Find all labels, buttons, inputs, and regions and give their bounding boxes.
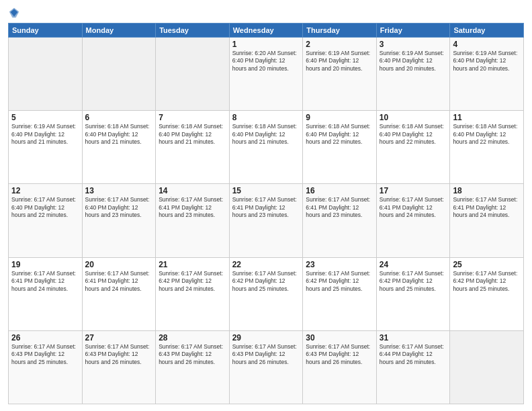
day-number: 8 (232, 113, 300, 122)
day-info: Sunrise: 6:17 AM Sunset: 6:41 PM Dayligh… (85, 270, 153, 293)
calendar-cell: 4Sunrise: 6:19 AM Sunset: 6:40 PM Daylig… (450, 38, 524, 111)
day-number: 14 (159, 186, 226, 195)
calendar-cell: 20Sunrise: 6:17 AM Sunset: 6:41 PM Dayli… (82, 257, 156, 330)
calendar-cell: 7Sunrise: 6:18 AM Sunset: 6:40 PM Daylig… (156, 111, 230, 184)
day-number: 27 (85, 333, 153, 342)
day-info: Sunrise: 6:18 AM Sunset: 6:40 PM Dayligh… (453, 123, 521, 146)
day-info: Sunrise: 6:17 AM Sunset: 6:43 PM Dayligh… (232, 343, 300, 366)
day-info: Sunrise: 6:17 AM Sunset: 6:40 PM Dayligh… (11, 196, 79, 219)
day-number: 7 (159, 113, 226, 122)
day-info: Sunrise: 6:19 AM Sunset: 6:40 PM Dayligh… (453, 50, 521, 73)
header (8, 7, 524, 19)
weekday-header-cell: Friday (376, 24, 450, 38)
day-number: 28 (159, 333, 226, 342)
day-info: Sunrise: 6:17 AM Sunset: 6:42 PM Dayligh… (306, 270, 373, 293)
day-info: Sunrise: 6:18 AM Sunset: 6:40 PM Dayligh… (380, 123, 447, 146)
day-number: 31 (380, 333, 447, 342)
day-number: 20 (85, 260, 153, 269)
calendar-cell: 12Sunrise: 6:17 AM Sunset: 6:40 PM Dayli… (9, 184, 83, 257)
calendar-cell (82, 38, 156, 111)
day-info: Sunrise: 6:17 AM Sunset: 6:41 PM Dayligh… (380, 196, 447, 219)
day-info: Sunrise: 6:17 AM Sunset: 6:41 PM Dayligh… (232, 196, 300, 219)
day-info: Sunrise: 6:17 AM Sunset: 6:41 PM Dayligh… (453, 196, 521, 219)
day-info: Sunrise: 6:17 AM Sunset: 6:42 PM Dayligh… (159, 270, 226, 293)
calendar-week-row: 1Sunrise: 6:20 AM Sunset: 6:40 PM Daylig… (9, 38, 524, 111)
day-info: Sunrise: 6:20 AM Sunset: 6:40 PM Dayligh… (232, 50, 300, 73)
day-number: 4 (453, 40, 521, 49)
day-number: 2 (306, 40, 373, 49)
day-number: 11 (453, 113, 521, 122)
calendar-cell: 15Sunrise: 6:17 AM Sunset: 6:41 PM Dayli… (229, 184, 303, 257)
day-number: 10 (380, 113, 447, 122)
day-info: Sunrise: 6:19 AM Sunset: 6:40 PM Dayligh… (306, 50, 373, 73)
logo (8, 7, 21, 19)
calendar-cell: 13Sunrise: 6:17 AM Sunset: 6:40 PM Dayli… (82, 184, 156, 257)
calendar-cell (450, 330, 524, 404)
day-number: 17 (380, 186, 447, 195)
day-number: 30 (306, 333, 373, 342)
calendar-cell: 30Sunrise: 6:17 AM Sunset: 6:43 PM Dayli… (303, 330, 377, 404)
weekday-header-cell: Saturday (450, 24, 524, 38)
day-number: 3 (380, 40, 447, 49)
day-number: 5 (11, 113, 79, 122)
calendar-cell: 9Sunrise: 6:18 AM Sunset: 6:40 PM Daylig… (303, 111, 377, 184)
day-number: 15 (232, 186, 300, 195)
day-info: Sunrise: 6:17 AM Sunset: 6:42 PM Dayligh… (453, 270, 521, 293)
calendar-cell: 27Sunrise: 6:17 AM Sunset: 6:43 PM Dayli… (82, 330, 156, 404)
calendar-cell: 24Sunrise: 6:17 AM Sunset: 6:42 PM Dayli… (376, 257, 450, 330)
calendar-header: SundayMondayTuesdayWednesdayThursdayFrid… (9, 24, 524, 38)
weekday-header-row: SundayMondayTuesdayWednesdayThursdayFrid… (9, 24, 524, 38)
calendar-cell: 22Sunrise: 6:17 AM Sunset: 6:42 PM Dayli… (229, 257, 303, 330)
calendar-cell: 28Sunrise: 6:17 AM Sunset: 6:43 PM Dayli… (156, 330, 230, 404)
logo-icon (8, 7, 20, 19)
day-number: 21 (159, 260, 226, 269)
calendar-cell: 17Sunrise: 6:17 AM Sunset: 6:41 PM Dayli… (376, 184, 450, 257)
calendar-body: 1Sunrise: 6:20 AM Sunset: 6:40 PM Daylig… (9, 38, 524, 404)
calendar-cell: 5Sunrise: 6:19 AM Sunset: 6:40 PM Daylig… (9, 111, 83, 184)
calendar-cell: 18Sunrise: 6:17 AM Sunset: 6:41 PM Dayli… (450, 184, 524, 257)
day-info: Sunrise: 6:18 AM Sunset: 6:40 PM Dayligh… (232, 123, 300, 146)
day-number: 25 (453, 260, 521, 269)
calendar-cell (9, 38, 83, 111)
calendar-week-row: 19Sunrise: 6:17 AM Sunset: 6:41 PM Dayli… (9, 257, 524, 330)
day-info: Sunrise: 6:17 AM Sunset: 6:43 PM Dayligh… (159, 343, 226, 366)
day-info: Sunrise: 6:18 AM Sunset: 6:40 PM Dayligh… (159, 123, 226, 146)
day-number: 22 (232, 260, 300, 269)
day-number: 12 (11, 186, 79, 195)
calendar-cell: 11Sunrise: 6:18 AM Sunset: 6:40 PM Dayli… (450, 111, 524, 184)
day-info: Sunrise: 6:18 AM Sunset: 6:40 PM Dayligh… (306, 123, 373, 146)
day-number: 13 (85, 186, 153, 195)
day-info: Sunrise: 6:17 AM Sunset: 6:43 PM Dayligh… (85, 343, 153, 366)
calendar-cell: 26Sunrise: 6:17 AM Sunset: 6:43 PM Dayli… (9, 330, 83, 404)
calendar-week-row: 5Sunrise: 6:19 AM Sunset: 6:40 PM Daylig… (9, 111, 524, 184)
calendar-week-row: 26Sunrise: 6:17 AM Sunset: 6:43 PM Dayli… (9, 330, 524, 404)
weekday-header-cell: Monday (82, 24, 156, 38)
calendar-table: SundayMondayTuesdayWednesdayThursdayFrid… (8, 23, 524, 404)
calendar-cell (156, 38, 230, 111)
day-number: 29 (232, 333, 300, 342)
day-number: 23 (306, 260, 373, 269)
day-info: Sunrise: 6:18 AM Sunset: 6:40 PM Dayligh… (85, 123, 153, 146)
weekday-header-cell: Thursday (303, 24, 377, 38)
calendar-cell: 31Sunrise: 6:17 AM Sunset: 6:44 PM Dayli… (376, 330, 450, 404)
day-info: Sunrise: 6:17 AM Sunset: 6:40 PM Dayligh… (85, 196, 153, 219)
day-info: Sunrise: 6:17 AM Sunset: 6:43 PM Dayligh… (306, 343, 373, 366)
day-info: Sunrise: 6:19 AM Sunset: 6:40 PM Dayligh… (380, 50, 447, 73)
day-info: Sunrise: 6:19 AM Sunset: 6:40 PM Dayligh… (11, 123, 79, 146)
calendar-cell: 1Sunrise: 6:20 AM Sunset: 6:40 PM Daylig… (229, 38, 303, 111)
day-info: Sunrise: 6:17 AM Sunset: 6:43 PM Dayligh… (11, 343, 79, 366)
calendar-cell: 14Sunrise: 6:17 AM Sunset: 6:41 PM Dayli… (156, 184, 230, 257)
day-number: 26 (11, 333, 79, 342)
calendar-cell: 10Sunrise: 6:18 AM Sunset: 6:40 PM Dayli… (376, 111, 450, 184)
day-info: Sunrise: 6:17 AM Sunset: 6:42 PM Dayligh… (232, 270, 300, 293)
weekday-header-cell: Tuesday (156, 24, 230, 38)
day-info: Sunrise: 6:17 AM Sunset: 6:44 PM Dayligh… (380, 343, 447, 366)
calendar-cell: 3Sunrise: 6:19 AM Sunset: 6:40 PM Daylig… (376, 38, 450, 111)
calendar-cell: 19Sunrise: 6:17 AM Sunset: 6:41 PM Dayli… (9, 257, 83, 330)
weekday-header-cell: Wednesday (229, 24, 303, 38)
day-number: 24 (380, 260, 447, 269)
day-info: Sunrise: 6:17 AM Sunset: 6:41 PM Dayligh… (159, 196, 226, 219)
calendar-page: SundayMondayTuesdayWednesdayThursdayFrid… (0, 0, 532, 411)
day-info: Sunrise: 6:17 AM Sunset: 6:42 PM Dayligh… (380, 270, 447, 293)
weekday-header-cell: Sunday (9, 24, 83, 38)
